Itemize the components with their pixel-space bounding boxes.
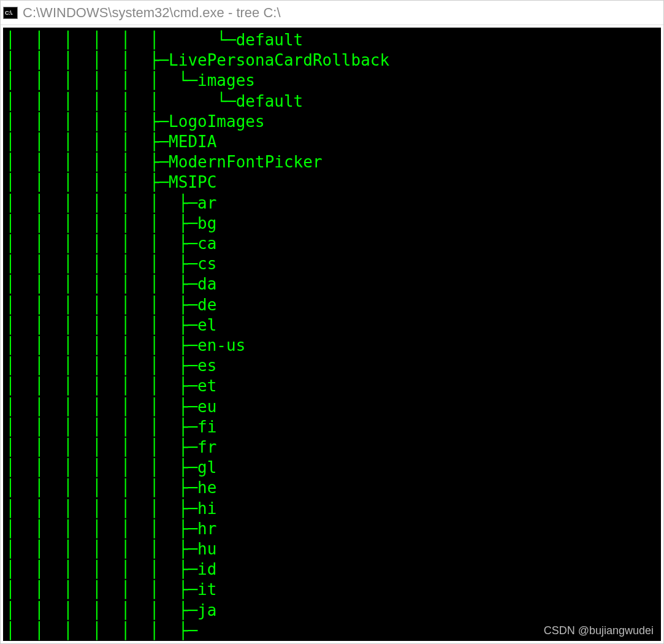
window-title: C:\WINDOWS\system32\cmd.exe - tree C:\ bbox=[23, 5, 281, 21]
watermark-text: CSDN @bujiangwudei bbox=[544, 624, 654, 637]
cmd-icon: C:\. bbox=[3, 7, 18, 19]
terminal-output[interactable]: │ │ │ │ │ │ └─default │ │ │ │ │ ├─LivePe… bbox=[3, 28, 661, 641]
tree-text: │ │ │ │ │ │ └─default │ │ │ │ │ ├─LivePe… bbox=[6, 30, 658, 641]
window-titlebar[interactable]: C:\. C:\WINDOWS\system32\cmd.exe - tree … bbox=[1, 1, 663, 25]
